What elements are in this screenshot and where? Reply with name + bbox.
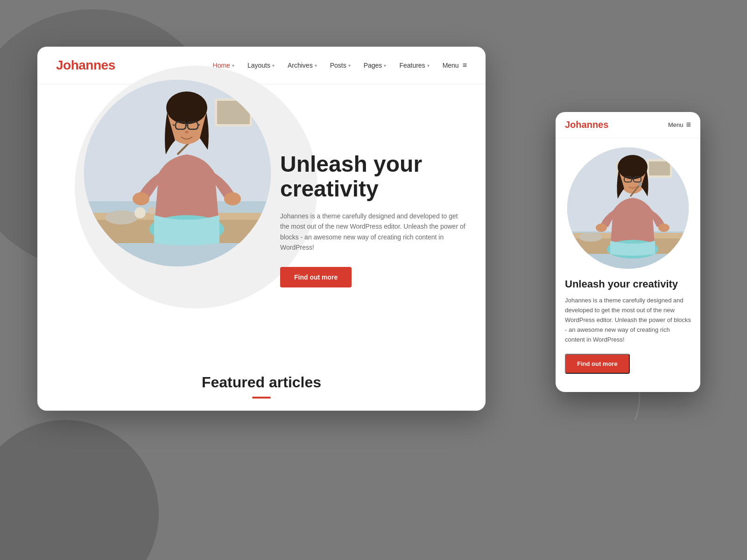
chevron-down-icon: ▾ xyxy=(384,63,386,68)
mobile-hero-description: Johannes is a theme carefully designed a… xyxy=(565,296,691,344)
svg-rect-31 xyxy=(649,161,670,175)
svg-point-40 xyxy=(618,155,648,179)
mobile-hero-section: Unleash your creativity Johannes is a th… xyxy=(556,138,700,392)
desktop-hero-description: Johannes is a theme carefully designed a… xyxy=(280,211,467,253)
chevron-down-icon: ▾ xyxy=(232,63,234,68)
chevron-down-icon: ▾ xyxy=(348,63,351,68)
desktop-featured-title: Featured articles xyxy=(56,374,467,391)
nav-item-features[interactable]: Features ▾ xyxy=(399,62,429,69)
desktop-mockup: Johannes Home ▾ Layouts ▾ Archives ▾ Pos… xyxy=(37,47,486,411)
desktop-hero-title: Unleash your creativity xyxy=(280,152,467,202)
nav-item-archives[interactable]: Archives ▾ xyxy=(288,62,317,69)
mobile-hero-title: Unleash your creativity xyxy=(565,278,691,290)
svg-point-10 xyxy=(148,207,155,214)
mobile-logo: Johannes xyxy=(565,119,608,130)
mobile-menu-button[interactable]: Menu ≡ xyxy=(668,120,691,130)
nav-item-posts[interactable]: Posts ▾ xyxy=(330,62,351,69)
chevron-down-icon: ▾ xyxy=(315,63,317,68)
svg-point-44 xyxy=(596,224,607,232)
mobile-mockup: Johannes Menu ≡ xyxy=(556,112,700,392)
mobile-header: Johannes Menu ≡ xyxy=(556,112,700,138)
svg-point-8 xyxy=(105,210,138,224)
svg-point-26 xyxy=(224,192,241,205)
hamburger-icon: ≡ xyxy=(686,120,691,130)
svg-point-36 xyxy=(579,232,602,242)
desktop-hero-section: Unleash your creativity Johannes is a th… xyxy=(37,84,486,364)
nav-item-menu[interactable]: Menu ≡ xyxy=(443,61,467,70)
svg-point-25 xyxy=(133,192,149,205)
desktop-header: Johannes Home ▾ Layouts ▾ Archives ▾ Pos… xyxy=(37,47,486,84)
desktop-cta-button[interactable]: Find out more xyxy=(280,267,352,287)
svg-point-18 xyxy=(166,91,207,124)
svg-point-47 xyxy=(638,182,642,186)
svg-point-45 xyxy=(658,224,669,232)
hero-image xyxy=(84,80,271,266)
chevron-down-icon: ▾ xyxy=(272,63,275,68)
mobile-cta-button[interactable]: Find out more xyxy=(565,354,630,374)
mobile-hero-image xyxy=(567,147,689,269)
desktop-hero-content: Unleash your creativity Johannes is a th… xyxy=(280,152,467,287)
desktop-navigation: Home ▾ Layouts ▾ Archives ▾ Posts ▾ Page… xyxy=(213,61,467,70)
featured-underline-decoration xyxy=(252,397,271,399)
svg-point-24 xyxy=(185,131,189,133)
desktop-featured-section: Featured articles xyxy=(37,364,486,411)
hamburger-icon: ≡ xyxy=(463,61,467,70)
svg-point-9 xyxy=(134,207,146,218)
desktop-logo: Johannes xyxy=(56,58,115,73)
chevron-down-icon: ▾ xyxy=(427,63,430,68)
nav-item-pages[interactable]: Pages ▾ xyxy=(364,62,387,69)
nav-item-layouts[interactable]: Layouts ▾ xyxy=(247,62,275,69)
